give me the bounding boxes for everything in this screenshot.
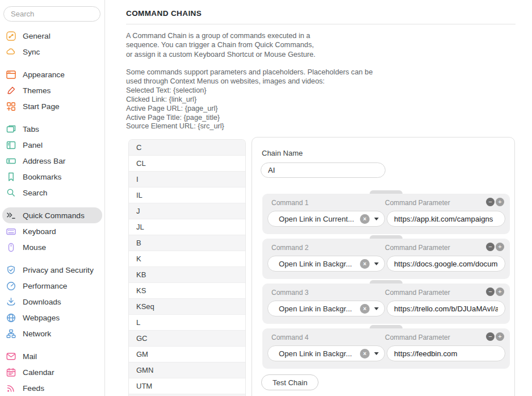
sidebar-item-label: Search (23, 189, 47, 197)
command-select-value: Open Link in Backgr... (279, 260, 360, 268)
clear-command-icon[interactable] (360, 259, 370, 269)
start-page-icon (6, 101, 16, 112)
general-icon (6, 31, 16, 41)
remove-command-button[interactable] (486, 287, 495, 296)
command-parameter-input[interactable] (387, 256, 505, 272)
sidebar-item-label: Keyboard (23, 227, 56, 236)
chain-list-item[interactable]: KB (129, 267, 245, 283)
chain-list-item[interactable]: CL (129, 156, 245, 172)
page-title: COMMAND CHAINS (126, 9, 202, 18)
command-label: Command 2 (271, 244, 308, 252)
sidebar-item-address-bar[interactable]: Address Bar (2, 153, 102, 169)
address-bar-icon (6, 156, 16, 166)
command-select[interactable]: Open Link in Backgr... (267, 256, 385, 272)
command-parameter-input[interactable] (387, 211, 505, 227)
command-select[interactable]: Open Link in Backgr... (267, 301, 385, 316)
sidebar-item-calendar[interactable]: Calendar (2, 364, 102, 380)
command-select[interactable]: Open Link in Current... (267, 211, 385, 227)
rss-icon (6, 383, 16, 394)
sidebar-item-start-page[interactable]: Start Page (2, 98, 102, 114)
chain-list-item[interactable]: JL (129, 219, 245, 235)
add-command-button[interactable] (496, 198, 504, 206)
sidebar-item-label: Performance (23, 282, 67, 290)
chain-list-item[interactable]: J (129, 203, 245, 219)
sidebar-item-tabs[interactable]: Tabs (2, 121, 102, 137)
sidebar-item-bookmarks[interactable]: Bookmarks (2, 169, 102, 185)
remove-command-button[interactable] (486, 243, 495, 251)
chain-list-item[interactable]: C (129, 140, 245, 156)
command-parameter-label: Command Parameter (385, 289, 450, 297)
command-select-value: Open Link in Backgr... (279, 349, 360, 358)
sidebar-item-panel[interactable]: Panel (2, 137, 102, 153)
command-card-1: Command 1 Command Parameter Open Link in… (262, 194, 510, 234)
chain-list-item[interactable]: L (129, 315, 245, 331)
sidebar-item-themes[interactable]: Themes (2, 82, 102, 98)
chain-list-item[interactable]: KS (129, 283, 245, 299)
sidebar-item-downloads[interactable]: Downloads (2, 294, 102, 310)
sidebar-item-mouse[interactable]: Mouse (2, 239, 102, 255)
sidebar-item-search[interactable]: Search (2, 185, 102, 201)
chain-list-item[interactable]: KSeq (129, 299, 245, 315)
gauge-icon (6, 281, 16, 291)
sidebar-item-keyboard[interactable]: Keyboard (2, 223, 102, 239)
chain-name-input[interactable] (261, 162, 386, 178)
sidebar-item-label: Appearance (23, 70, 65, 79)
chain-list-item[interactable]: B (129, 235, 245, 251)
search-input[interactable] (3, 6, 100, 22)
chain-list-item[interactable]: I (129, 172, 245, 187)
sidebar-item-quick-commands[interactable]: Quick Commands (2, 207, 102, 223)
placeholders-note: Some commands support parameters and pla… (126, 68, 372, 131)
sidebar-search (3, 6, 100, 22)
sidebar-item-performance[interactable]: Performance (2, 278, 102, 294)
sidebar-item-webpages[interactable]: Webpages (2, 310, 102, 326)
sidebar-item-label: Calendar (23, 368, 55, 377)
themes-icon (6, 85, 16, 96)
search-icon (6, 187, 16, 198)
test-chain-button[interactable]: Test Chain (261, 374, 319, 390)
clear-command-icon[interactable] (360, 214, 370, 224)
globe-icon (6, 312, 16, 323)
chain-list-item[interactable]: IL (129, 187, 245, 203)
command-select-value: Open Link in Current... (279, 215, 360, 223)
command-parameter-input[interactable] (387, 301, 505, 316)
chain-list-item[interactable]: GC (129, 331, 245, 347)
chain-list-item[interactable]: K (129, 251, 245, 267)
add-command-button[interactable] (496, 243, 504, 251)
command-label: Command 1 (271, 199, 308, 207)
chain-list-item[interactable]: UTM (129, 378, 245, 394)
settings-window: General Sync Appearance Themes (0, 0, 532, 396)
sync-icon (6, 47, 16, 57)
command-parameter-label: Command Parameter (385, 199, 450, 207)
sidebar-item-network[interactable]: Network (2, 326, 102, 341)
chain-editor-card: Chain Name Command 1 Command Parameter O… (252, 137, 515, 396)
add-command-button[interactable] (496, 287, 504, 296)
chevron-down-icon (374, 262, 379, 265)
add-command-button[interactable] (496, 332, 504, 341)
sidebar-item-sync[interactable]: Sync (2, 44, 102, 60)
sidebar-group-mail: Mail Calendar Feeds (0, 348, 104, 396)
sidebar-group-commands: Quick Commands Keyboard Mouse (0, 207, 104, 255)
command-select[interactable]: Open Link in Backgr... (267, 345, 385, 361)
sidebar-item-privacy[interactable]: Privacy and Security (2, 262, 102, 278)
download-icon (6, 297, 16, 307)
clear-command-icon[interactable] (360, 304, 370, 314)
chain-list-item[interactable]: GMN (129, 362, 245, 378)
clear-command-icon[interactable] (360, 349, 370, 359)
sidebar-item-general[interactable]: General (2, 28, 102, 44)
sidebar-item-mail[interactable]: Mail (2, 348, 102, 364)
sidebar-item-label: Feeds (23, 384, 44, 393)
command-parameter-input[interactable] (387, 345, 505, 361)
sidebar-group-browser: Tabs Panel Address Bar Bookmarks (0, 121, 104, 201)
shield-check-icon (6, 265, 16, 276)
remove-command-button[interactable] (486, 332, 495, 341)
chain-list-item[interactable]: GM (129, 347, 245, 362)
sidebar-item-feeds[interactable]: Feeds (2, 380, 102, 396)
mouse-icon (6, 242, 16, 253)
chain-list: C CL I IL J JL B K KB KS KSeq L GC GM GM… (128, 139, 246, 396)
remove-command-button[interactable] (486, 198, 495, 206)
intro-text: A Command Chain is a group of commands e… (126, 31, 316, 59)
panel-icon (6, 140, 16, 151)
sidebar-item-appearance[interactable]: Appearance (2, 66, 102, 82)
sidebar-item-label: Panel (23, 141, 43, 149)
sidebar-item-label: Webpages (23, 314, 60, 322)
